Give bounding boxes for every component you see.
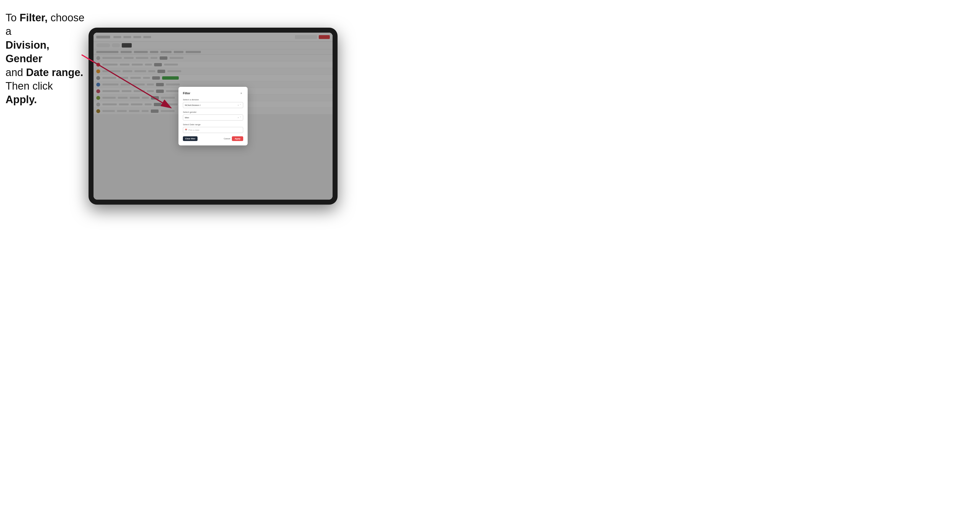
filter-modal: Filter × Select a division NCAA Division… — [178, 87, 248, 145]
gender-label: Select gender — [183, 111, 243, 113]
cancel-button[interactable]: Cancel — [224, 137, 230, 140]
modal-close-button[interactable]: × — [239, 91, 243, 95]
gender-clear-icon[interactable]: × — [238, 117, 239, 119]
gender-chevron-icon: ⌃ — [240, 116, 241, 119]
date-form-group: Select Date range 📅 Pick a date — [183, 123, 243, 133]
division-value: NCAA Division I — [185, 104, 200, 106]
division-select[interactable]: NCAA Division I × ⌃ — [183, 102, 243, 108]
calendar-icon: 📅 — [185, 129, 187, 131]
clear-filter-button[interactable]: Clear filter — [183, 136, 197, 141]
gender-value: Men — [185, 116, 189, 119]
modal-header: Filter × — [183, 91, 243, 95]
apply-button[interactable]: Apply — [232, 136, 243, 141]
division-clear-icon[interactable]: × — [238, 104, 239, 106]
tablet-frame: Filter × Select a division NCAA Division… — [89, 28, 337, 205]
division-select-icons: × ⌃ — [238, 104, 241, 106]
division-form-group: Select a division NCAA Division I × ⌃ — [183, 98, 243, 108]
division-label: Select a division — [183, 98, 243, 101]
date-range-input[interactable]: 📅 Pick a date — [183, 127, 243, 133]
division-chevron-icon: ⌃ — [240, 104, 241, 106]
modal-footer: Clear filter Cancel Apply — [183, 136, 243, 141]
gender-form-group: Select gender Men × ⌃ — [183, 111, 243, 121]
date-placeholder: Pick a date — [188, 129, 199, 131]
modal-overlay: Filter × Select a division NCAA Division… — [94, 33, 332, 200]
modal-title: Filter — [183, 92, 190, 95]
footer-right-actions: Cancel Apply — [224, 136, 243, 141]
gender-select[interactable]: Men × ⌃ — [183, 114, 243, 121]
tablet-screen: Filter × Select a division NCAA Division… — [94, 33, 332, 200]
date-label: Select Date range — [183, 123, 243, 126]
gender-select-icons: × ⌃ — [238, 116, 241, 119]
